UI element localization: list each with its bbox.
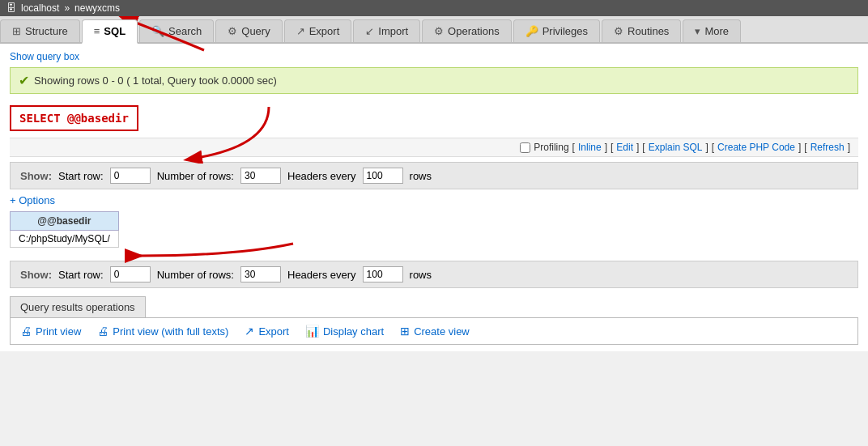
success-icon: ✔ — [19, 73, 29, 88]
toolbar-separator-10: ] — [848, 142, 850, 153]
profiling-checkbox[interactable] — [520, 142, 530, 153]
toolbar-separator-1: [ — [572, 142, 575, 153]
content-area: Show query box ✔ Showing rows 0 - 0 ( 1 … — [0, 44, 868, 351]
create-view-link[interactable]: ⊞ Create view — [400, 325, 470, 338]
export-label: Export — [258, 325, 289, 338]
query-icon: ⚙ — [228, 25, 237, 37]
toolbar-separator-8: ] — [798, 142, 801, 153]
print-view-full-link[interactable]: 🖨 Print view (with full texts) — [97, 325, 228, 338]
options-link[interactable]: + Options — [10, 194, 55, 206]
num-rows-input-bottom[interactable] — [240, 266, 281, 282]
explain-sql-link[interactable]: Explain SQL — [649, 142, 703, 153]
result-table: @@basedir C:/phpStudy/MySQL/ — [10, 211, 119, 248]
inline-link[interactable]: Inline — [578, 142, 602, 153]
start-row-input-top[interactable] — [110, 168, 151, 184]
toolbar-separator-5: [ — [642, 142, 645, 153]
show-label-bottom: Show: — [20, 269, 52, 281]
toolbar-separator-2: ] — [605, 142, 607, 153]
edit-link[interactable]: Edit — [616, 142, 633, 153]
export-icon-qro: ↗ — [245, 325, 254, 338]
tab-more-label: More — [704, 25, 729, 37]
show-query-box-link[interactable]: Show query box — [10, 51, 79, 62]
tab-search-label: Search — [168, 25, 202, 37]
num-rows-label-bottom: Number of rows: — [157, 269, 234, 281]
start-row-label-bottom: Start row: — [58, 269, 104, 281]
title-bar: 🗄 localhost » newyxcms — [0, 0, 868, 16]
more-icon: ▾ — [695, 25, 700, 37]
print-view-full-icon: 🖨 — [97, 325, 108, 338]
toolbar-separator-3: [ — [611, 142, 613, 153]
toolbar-separator-6: ] — [705, 142, 708, 153]
print-view-link[interactable]: 🖨 Print view — [20, 325, 81, 338]
headers-every-label-top: Headers every — [287, 170, 356, 182]
toolbar-separator-7: [ — [712, 142, 714, 153]
privileges-icon: 🔑 — [525, 25, 538, 37]
tab-export[interactable]: ↗ Export — [284, 19, 352, 42]
num-rows-label-top: Number of rows: — [157, 170, 234, 182]
title-bar-icon: 🗄 — [6, 2, 16, 14]
print-view-label: Print view — [36, 325, 81, 338]
sql-query-display: SELECT @@basedir — [10, 105, 138, 131]
tab-search[interactable]: 🔍 Search — [139, 19, 214, 42]
tab-sql[interactable]: ≡ SQL — [82, 19, 138, 44]
tab-query-label: Query — [241, 25, 270, 37]
tab-import-label: Import — [378, 25, 408, 37]
toolbar-row: Profiling [ Inline ] [ Edit ] [ Explain … — [10, 138, 858, 157]
search-icon: 🔍 — [151, 25, 164, 37]
tab-sql-label: SQL — [104, 25, 126, 37]
table-row: C:/phpStudy/MySQL/ — [11, 231, 119, 248]
display-chart-icon: 📊 — [305, 325, 319, 338]
refresh-link[interactable]: Refresh — [811, 142, 845, 153]
rows-bar-top: Show: Start row: Number of rows: Headers… — [10, 162, 858, 189]
query-results-operations: Query results operations 🖨 Print view 🖨 … — [10, 296, 858, 345]
routines-icon: ⚙ — [614, 25, 623, 37]
qro-body: 🖨 Print view 🖨 Print view (with full tex… — [10, 317, 858, 345]
create-view-icon: ⊞ — [400, 325, 410, 338]
tab-structure-label: Structure — [25, 25, 68, 37]
tab-privileges-label: Privileges — [542, 25, 588, 37]
sql-icon: ≡ — [94, 25, 100, 37]
tab-structure[interactable]: ⊞ Structure — [0, 19, 80, 42]
operations-icon: ⚙ — [434, 25, 444, 37]
tab-import[interactable]: ↙ Import — [353, 19, 420, 42]
display-chart-label: Display chart — [323, 325, 384, 338]
tab-operations[interactable]: ⚙ Operations — [422, 19, 512, 42]
tab-routines-label: Routines — [628, 25, 669, 37]
success-bar: ✔ Showing rows 0 - 0 ( 1 total, Query to… — [10, 67, 858, 94]
start-row-input-bottom[interactable] — [110, 266, 151, 282]
export-icon: ↗ — [296, 25, 305, 37]
headers-every-input-bottom[interactable] — [363, 266, 403, 282]
num-rows-input-top[interactable] — [240, 168, 281, 184]
result-column-header: @@basedir — [11, 212, 119, 231]
success-message: Showing rows 0 - 0 ( 1 total, Query took… — [34, 74, 277, 87]
start-row-label-top: Start row: — [58, 170, 104, 182]
qro-header-label: Query results operations — [10, 296, 146, 317]
tab-privileges[interactable]: 🔑 Privileges — [513, 19, 600, 42]
print-view-full-label: Print view (with full texts) — [113, 325, 228, 338]
tab-routines[interactable]: ⚙ Routines — [602, 19, 681, 42]
tab-more[interactable]: ▾ More — [683, 19, 741, 42]
headers-every-input-top[interactable] — [363, 168, 403, 184]
display-chart-link[interactable]: 📊 Display chart — [305, 325, 384, 338]
toolbar-separator-9: [ — [804, 142, 806, 153]
toolbar-separator-4: ] — [636, 142, 639, 153]
export-link[interactable]: ↗ Export — [245, 325, 289, 338]
profiling-label[interactable]: Profiling — [520, 142, 568, 153]
print-view-icon: 🖨 — [20, 325, 32, 338]
rows-label-top: rows — [410, 170, 432, 182]
result-cell: C:/phpStudy/MySQL/ — [11, 231, 119, 248]
structure-icon: ⊞ — [12, 25, 21, 37]
tab-export-label: Export — [309, 25, 340, 37]
nav-tabs: ⊞ Structure ≡ SQL 🔍 Search ⚙ Query ↗ Exp… — [0, 16, 868, 44]
import-icon: ↙ — [365, 25, 374, 37]
title-bar-db: newyxcms — [74, 2, 120, 14]
headers-every-label-bottom: Headers every — [287, 269, 356, 281]
rows-label-bottom: rows — [410, 269, 432, 281]
tab-operations-label: Operations — [448, 25, 500, 37]
title-bar-separator: » — [64, 2, 70, 14]
tab-query[interactable]: ⚙ Query — [215, 19, 282, 42]
rows-bar-bottom: Show: Start row: Number of rows: Headers… — [10, 261, 858, 288]
create-php-link[interactable]: Create PHP Code — [717, 142, 795, 153]
create-view-label: Create view — [414, 325, 470, 338]
show-label-top: Show: — [20, 170, 52, 182]
